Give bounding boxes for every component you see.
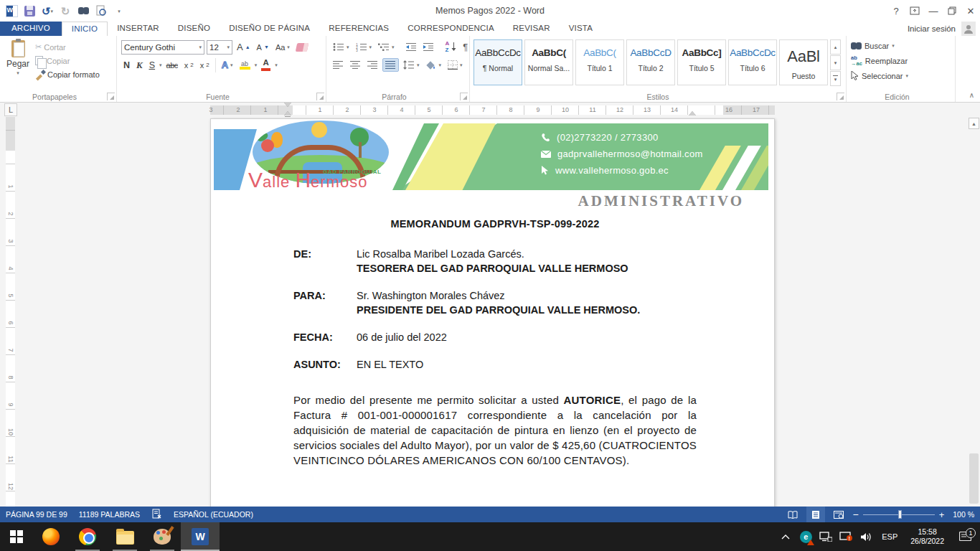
select-button[interactable]: Seleccionar▾ [849,68,952,83]
style-card[interactable]: AaBbCcDc Título 6 [728,39,777,85]
show-marks-button[interactable]: ¶ [461,40,470,54]
tray-volume-icon[interactable] [857,522,875,551]
styles-more-button[interactable]: ▾ [830,71,841,86]
ribbon-tab[interactable]: VISTA [560,22,602,36]
text-effects-button[interactable]: A▾ [220,58,235,72]
change-case-button[interactable]: Aa▾ [273,42,292,53]
tray-network-icon[interactable] [817,522,834,551]
ribbon-tab[interactable]: REVISAR [504,22,560,36]
proofing-status-icon[interactable] [151,509,162,520]
line-spacing-button[interactable]: ▾ [401,59,422,71]
save-button[interactable] [23,4,36,18]
taskbar-chrome[interactable] [69,522,106,551]
right-indent-marker[interactable] [689,108,696,116]
tray-display-warning-icon[interactable]: ! [837,522,854,551]
bold-button[interactable]: N [121,59,132,72]
clear-formatting-button[interactable] [294,42,310,53]
redo-button[interactable]: ↻ [59,4,72,18]
undo-button[interactable]: ↺▾ [41,4,54,18]
taskbar-firefox[interactable] [33,522,69,551]
ribbon-tab[interactable]: INICIO [62,22,108,36]
replace-button[interactable]: ab→acReemplazar [849,53,952,68]
zoom-in-button[interactable]: + [939,510,945,519]
align-right-button[interactable] [365,59,380,71]
web-layout-button[interactable] [829,507,848,522]
hanging-indent-marker[interactable] [284,108,291,116]
find-button-qat[interactable] [77,4,90,18]
close-button[interactable]: ✕ [961,1,980,20]
highlight-color-button[interactable]: ab [237,60,253,71]
shading-button[interactable]: ▾ [424,59,444,71]
italic-button[interactable]: K [134,58,145,72]
language-indicator[interactable]: ESPAÑOL (ECUADOR) [174,510,253,519]
decrease-indent-button[interactable] [404,41,419,53]
account-avatar-icon[interactable] [961,22,976,36]
tray-show-hidden-icons[interactable] [777,522,794,551]
ribbon-tab[interactable]: DISEÑO DE PÁGINA [220,22,319,36]
style-card[interactable]: AaBbCc] Título 5 [677,39,726,85]
style-card[interactable]: AaBbCcDc ¶ Normal [473,39,522,85]
font-family-combo[interactable]: Century Gothi▾ [121,40,204,55]
style-card[interactable]: AaBbCcD Título 2 [626,39,675,85]
restore-button[interactable] [943,1,961,20]
numbering-button[interactable]: 123▾ [354,41,374,53]
vertical-scrollbar[interactable]: ▲ [968,117,980,507]
grow-font-button[interactable]: A▲ [235,40,253,54]
font-dialog-launcher[interactable] [316,93,324,100]
vertical-ruler[interactable]: 123456789101112 [6,117,15,507]
bullets-button[interactable]: ▾ [331,41,352,53]
subscript-button[interactable]: x2 [182,60,196,71]
collapse-ribbon-button[interactable]: ∧ [969,91,974,99]
font-color-button[interactable]: A [259,57,273,72]
print-preview-button[interactable] [95,4,108,18]
ribbon-tab[interactable]: CORRESPONDENCIA [398,22,504,36]
sort-button[interactable]: AZ [443,39,459,55]
tray-language[interactable]: ESP [877,532,902,541]
sign-in-link[interactable]: Iniciar sesión [908,24,956,33]
zoom-slider[interactable] [863,507,935,522]
tab-stop-selector[interactable]: L [4,103,17,116]
styles-scroll-up-button[interactable]: ▴ [830,39,841,55]
taskbar-file-explorer[interactable] [106,522,143,551]
underline-button[interactable]: S [147,59,157,72]
scroll-up-button[interactable]: ▲ [969,118,979,129]
zoom-out-button[interactable]: − [852,509,858,520]
ribbon-tab[interactable]: REFERENCIAS [319,22,398,36]
shrink-font-button[interactable]: A▼ [255,42,271,53]
ribbon-tab[interactable]: INSERTAR [108,22,169,36]
find-button[interactable]: Buscar▾ [849,38,952,53]
paste-button[interactable]: Pegar▾ [3,38,33,90]
borders-button[interactable]: ▾ [446,59,465,71]
minimize-button[interactable]: — [924,1,943,20]
style-card[interactable]: AaBl Puesto [779,39,828,85]
superscript-button[interactable]: x2 [198,60,212,71]
tray-clock[interactable]: 15:58 26/8/2022 [905,527,950,546]
paragraph-dialog-launcher[interactable] [460,93,468,100]
memo-content[interactable]: MEMORANDUM GADPRVH-TSP-099-2022 DE: Lic … [293,218,697,468]
copy-button[interactable]: Copiar [33,55,102,67]
taskbar-word[interactable]: W [181,522,220,551]
cut-button[interactable]: ✂Cortar [33,41,102,53]
clipboard-dialog-launcher[interactable] [107,93,115,100]
font-size-combo[interactable]: 12▾ [207,40,232,55]
strikethrough-button[interactable]: abc [164,60,180,71]
action-center-button[interactable]: 1 [953,532,977,542]
start-button[interactable] [0,522,33,551]
align-center-button[interactable] [348,59,363,71]
help-button[interactable]: ? [887,1,905,20]
print-layout-button[interactable] [806,507,825,522]
multilevel-list-button[interactable]: ▾ [376,41,397,53]
document-area[interactable]: 123456789101112 (02)2773220 / 2773300 ga… [0,117,980,507]
document-page[interactable]: (02)2773220 / 2773300 gadprvallehermoso@… [210,118,775,507]
word-count[interactable]: 11189 PALABRAS [79,510,140,519]
zoom-level[interactable]: 100 % [953,510,974,519]
style-card[interactable]: AaBbC( Normal Sa... [524,39,573,85]
taskbar-paint[interactable] [143,522,181,551]
page-indicator[interactable]: PÁGINA 99 DE 99 [6,510,67,519]
style-card[interactable]: AaBbC( Título 1 [575,39,624,85]
scrollbar-thumb[interactable] [969,453,979,504]
tray-antivirus-icon[interactable]: e [797,522,814,551]
ribbon-tab[interactable]: DISEÑO [169,22,220,36]
customize-qat-button[interactable]: ▾ [113,4,126,18]
read-mode-button[interactable] [783,507,802,522]
